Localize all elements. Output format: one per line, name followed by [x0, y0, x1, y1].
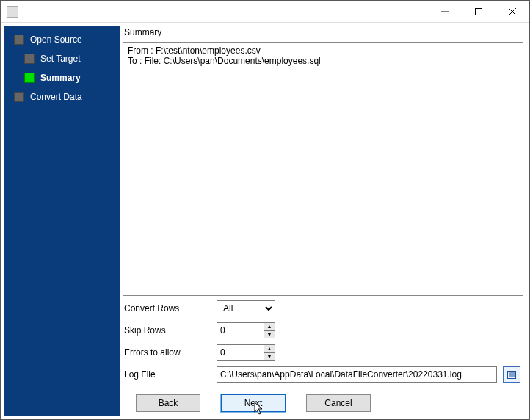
skip-rows-label: Skip Rows	[123, 325, 211, 336]
sidebar-item-label: Summary	[40, 73, 81, 83]
browse-log-file-button[interactable]	[503, 366, 520, 383]
close-button[interactable]	[495, 1, 529, 22]
log-file-input[interactable]	[217, 366, 497, 383]
window-controls	[428, 1, 529, 22]
step-status-icon	[24, 54, 35, 64]
sidebar-item-set-target[interactable]: Set Target	[4, 49, 120, 68]
spin-down-icon[interactable]: ▼	[264, 353, 275, 361]
titlebar	[1, 1, 529, 23]
folder-icon	[507, 369, 517, 380]
log-file-label: Log File	[123, 369, 211, 380]
errors-allow-input[interactable]	[217, 344, 264, 361]
spin-up-icon[interactable]: ▲	[264, 323, 275, 331]
sidebar-item-summary[interactable]: Summary	[4, 68, 120, 87]
wizard-button-row: Back Next Cancel	[123, 387, 523, 416]
maximize-button[interactable]	[462, 1, 495, 22]
summary-text-area[interactable]: From : F:\test\nton\employees.csv To : F…	[123, 42, 523, 296]
app-icon	[7, 6, 18, 18]
next-button[interactable]: Next	[221, 394, 286, 412]
spin-up-icon[interactable]: ▲	[264, 345, 275, 353]
convert-rows-select[interactable]: All	[217, 300, 275, 316]
main-panel: Summary From : F:\test\nton\employees.cs…	[123, 26, 526, 416]
sidebar-item-convert-data[interactable]: Convert Data	[4, 87, 120, 106]
step-status-icon	[14, 92, 24, 102]
spin-down-icon[interactable]: ▼	[264, 331, 275, 338]
cancel-button[interactable]: Cancel	[306, 394, 371, 412]
sidebar-item-label: Convert Data	[30, 92, 82, 102]
minimize-button[interactable]	[428, 1, 462, 22]
wizard-sidebar: Open Source Set Target Summary Convert D…	[4, 26, 120, 416]
back-button[interactable]: Back	[136, 394, 200, 412]
step-status-icon	[24, 73, 35, 83]
sidebar-item-label: Open Source	[30, 35, 82, 45]
section-label: Summary	[124, 27, 523, 37]
skip-rows-input[interactable]	[217, 322, 264, 338]
svg-rect-1	[476, 8, 482, 15]
sidebar-item-open-source[interactable]: Open Source	[4, 30, 120, 49]
sidebar-item-label: Set Target	[40, 54, 80, 64]
errors-allow-label: Errors to allow	[123, 347, 211, 358]
step-status-icon	[14, 35, 24, 45]
errors-allow-stepper[interactable]: ▲ ▼	[217, 344, 275, 361]
skip-rows-stepper[interactable]: ▲ ▼	[217, 322, 275, 338]
convert-rows-label: Convert Rows	[123, 303, 211, 314]
